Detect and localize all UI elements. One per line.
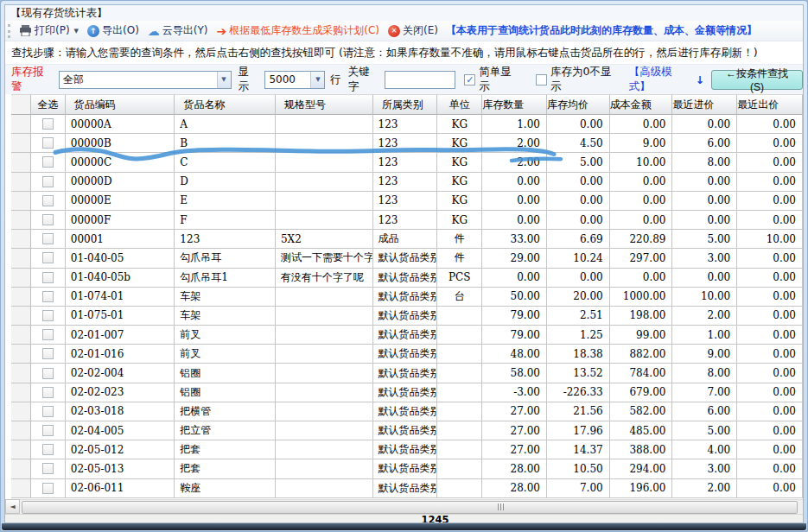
row-checkbox[interactable] [42, 368, 54, 379]
table-row[interactable]: 01-075-01 车架 默认货品类别 79.00 2.51 198.00 2.… [11, 307, 803, 326]
scrollbar-thumb[interactable] [22, 501, 798, 514]
cell-category: 默认货品类别 [373, 288, 438, 307]
cell-code: 00001 [66, 230, 175, 249]
cloud-export-button[interactable]: ☁ 云导出(Y) [143, 23, 213, 38]
hide-zero-option[interactable]: 库存为0不显示 [536, 65, 622, 94]
cell-last-out: 0.00 [737, 479, 803, 498]
table-row[interactable]: 02-02-004 铝圈 默认货品类别 58.00 13.52 784.00 8… [11, 364, 803, 383]
header-spec[interactable]: 规格型号 [276, 94, 373, 115]
row-checkbox[interactable] [42, 348, 54, 359]
cell-category: 123 [373, 153, 438, 172]
print-dropdown-icon[interactable]: ▼ [74, 28, 79, 35]
cell-spec [276, 307, 373, 326]
row-checkbox[interactable] [42, 387, 54, 398]
cell-name: F [175, 211, 276, 230]
row-checkbox[interactable] [42, 176, 54, 187]
cell-unit [437, 345, 482, 364]
page-title-text: 【现有存货统计表】 [10, 6, 108, 21]
stock-alarm-dropdown-icon[interactable]: ▼ [217, 72, 231, 88]
table-row[interactable]: 00001 123 5X2 成品 件 33.00 6.69 220.89 5.0… [11, 230, 803, 249]
table-row[interactable]: 02-03-018 把横管 默认货品类别 27.00 21.56 582.00 … [11, 402, 803, 421]
row-checkbox[interactable] [42, 233, 54, 244]
cell-cost: 0.00 [610, 192, 673, 211]
show-rows-select[interactable]: 5000 ▼ [264, 71, 325, 89]
search-by-condition-button[interactable]: ←按条件查找(S) [711, 70, 803, 90]
header-category[interactable]: 所属类别 [373, 94, 438, 115]
advanced-mode-link[interactable]: 【高级模式】 [629, 65, 694, 94]
header-cost[interactable]: 成本金额 [610, 94, 673, 115]
row-checkbox-cell [31, 249, 66, 268]
cell-qty: 58.00 [482, 364, 547, 383]
horizontal-scrollbar[interactable]: ◄ [5, 499, 803, 514]
header-qty[interactable]: 库存数量 [482, 94, 547, 115]
simple-display-option[interactable]: ✓ 简单显示 [464, 65, 522, 94]
row-checkbox[interactable] [42, 463, 54, 474]
cell-last-in: 0.00 [672, 269, 737, 288]
close-button[interactable]: ✕ 关闭(E) [384, 23, 442, 38]
scroll-left-button[interactable]: ◄ [5, 499, 20, 514]
row-checkbox[interactable] [42, 156, 54, 168]
cell-cost: 882.00 [610, 345, 673, 364]
row-checkbox[interactable] [42, 291, 54, 302]
row-checkbox[interactable] [42, 406, 54, 417]
table-row[interactable]: 01-074-01 车架 默认货品类别 台 50.00 20.00 1000.0… [11, 288, 803, 307]
cell-last-in: 2.00 [672, 307, 737, 326]
row-checkbox[interactable] [42, 214, 54, 225]
header-avg-price[interactable]: 库存均价 [547, 94, 610, 115]
purchase-plan-button[interactable]: ➔ 根据最低库存数生成采购计划(C) [213, 23, 384, 38]
cell-cost: 99.00 [610, 326, 673, 345]
header-last-out[interactable]: 最近出价 [737, 94, 803, 115]
table-row[interactable]: 02-01-016 前叉 默认货品类别 48.00 18.38 882.00 9… [11, 345, 803, 364]
row-checkbox[interactable] [42, 444, 54, 455]
table-row[interactable]: 01-040-05b 勾爪吊耳1 有没有十个字了呢 默认货品类别 PCS 0.0… [11, 269, 803, 288]
row-checkbox[interactable] [42, 483, 54, 494]
cell-name: 把横管 [175, 402, 276, 421]
row-checkbox[interactable] [42, 252, 54, 263]
header-code[interactable]: 货品编码 [66, 94, 175, 115]
cell-avg-price: 0.00 [547, 192, 610, 211]
stock-alarm-select[interactable]: 全部 ▼ [59, 71, 232, 89]
row-checkbox[interactable] [42, 118, 54, 130]
export-button[interactable]: ↑ 导出(O) [83, 23, 143, 38]
cell-avg-price: 0.00 [547, 211, 610, 230]
table-row[interactable]: 00000F F 123 KG 0.00 0.00 0.00 0.00 0.00 [11, 211, 803, 230]
cell-category: 默认货品类别 [373, 249, 438, 268]
row-indicator-cell [11, 173, 31, 192]
close-label: 关闭(E) [403, 23, 438, 38]
show-rows-dropdown-icon[interactable]: ▼ [310, 72, 324, 88]
cell-name: 前叉 [175, 345, 276, 364]
header-name[interactable]: 货品名称 [175, 94, 276, 115]
table-row[interactable]: 02-01-007 前叉 默认货品类别 79.00 1.25 99.00 1.0… [11, 326, 803, 345]
table-row[interactable]: 00000B B 123 KG 2.00 4.50 9.00 6.00 0.00 [11, 134, 803, 153]
cell-unit: 件 [437, 249, 482, 268]
table-row[interactable]: 01-040-05 勾爪吊耳 测试一下需要十个字 默认货品类别 件 29.00 … [11, 249, 803, 268]
table-row[interactable]: 00000C C 123 KG 2.00 5.00 10.00 8.00 0.0… [11, 153, 803, 172]
table-row[interactable]: 02-05-012 把套 默认货品类别 27.00 14.37 388.00 4… [11, 440, 803, 459]
header-unit[interactable]: 单位 [437, 94, 482, 115]
hide-zero-checkbox[interactable] [536, 74, 547, 86]
row-checkbox-cell [31, 326, 66, 345]
table-row[interactable]: 00000E E 123 KG 0.00 0.00 0.00 0.00 0.00 [11, 192, 803, 211]
cell-unit [437, 364, 482, 383]
table-row[interactable]: 00000A A 123 KG 1.00 0.00 0.00 0.00 0.00 [11, 115, 803, 134]
table-row[interactable]: 02-06-011 鞍座 默认货品类别 28.00 7.00 196.00 2.… [11, 479, 803, 498]
table-row[interactable]: 02-02-023 铝圈 默认货品类别 -3.00 -226.33 679.00… [11, 383, 803, 402]
row-checkbox[interactable] [42, 310, 54, 321]
row-checkbox[interactable] [42, 272, 54, 283]
header-last-in[interactable]: 最近进价 [672, 94, 737, 115]
cell-last-out: 0.00 [737, 192, 803, 211]
table-row[interactable]: 02-04-005 把立管 默认货品类别 27.00 17.96 485.00 … [11, 421, 803, 440]
row-checkbox[interactable] [42, 425, 54, 436]
row-checkbox[interactable] [42, 195, 54, 206]
table-row[interactable]: 00000D D 123 KG 0.00 0.00 0.00 0.00 0.00 [11, 173, 803, 192]
table-row[interactable]: 02-05-013 把套 默认货品类别 28.00 10.50 294.00 3… [11, 459, 803, 478]
cell-last-out: 0.00 [737, 421, 803, 440]
row-indicator-cell [11, 288, 31, 307]
header-select-all[interactable]: 全选 [31, 94, 66, 115]
printer-icon [19, 25, 32, 36]
print-button[interactable]: 打印(P) ▼ [15, 23, 83, 38]
keyword-input[interactable] [385, 71, 455, 89]
simple-display-checkbox[interactable]: ✓ [464, 74, 475, 86]
row-checkbox[interactable] [42, 329, 54, 340]
row-checkbox[interactable] [42, 137, 54, 149]
